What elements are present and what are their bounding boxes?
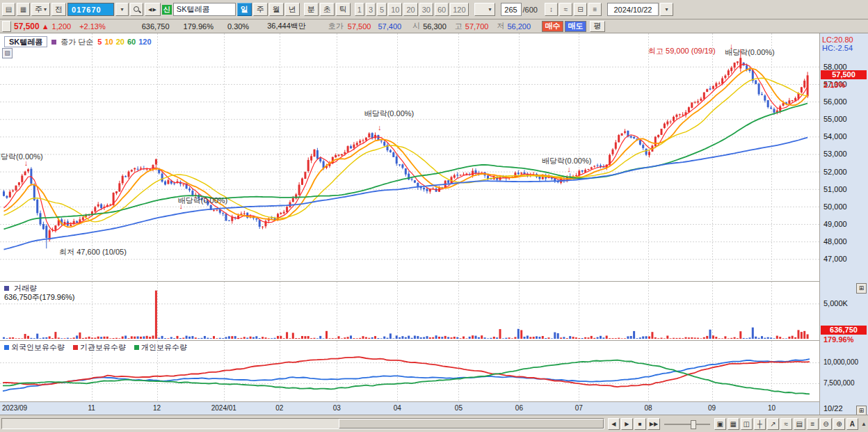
- crosshair-icon[interactable]: ┼: [754, 418, 766, 430]
- high-price: 57,700: [465, 22, 489, 31]
- x-axis-label: 02: [275, 404, 283, 412]
- zoom-out-icon[interactable]: ⊖: [820, 418, 832, 430]
- save-icon[interactable]: ⊟: [574, 3, 587, 16]
- volume-panel-expand-button[interactable]: ⊞: [856, 283, 867, 294]
- holdings-legend-item: 개인보유수량: [134, 342, 187, 353]
- volume-value: 636,750: [142, 22, 170, 31]
- interval-button-30[interactable]: 30: [419, 3, 433, 16]
- lc-value: LC:20.80: [822, 35, 853, 44]
- zoom-slider[interactable]: [664, 418, 710, 430]
- horizontal-scrollbar[interactable]: [1, 418, 604, 429]
- scroll-end-button[interactable]: ▶▶: [648, 418, 660, 430]
- calendar-icon: ▾: [665, 6, 668, 13]
- stock-code-dropdown[interactable]: ▾: [115, 3, 129, 16]
- auto-scale-button[interactable]: A: [846, 418, 858, 430]
- interval-button-10[interactable]: 10: [388, 3, 402, 16]
- interval-button-1[interactable]: 1: [355, 3, 364, 16]
- settings-icon[interactable]: ≡: [588, 3, 602, 16]
- interval-button-20[interactable]: 20: [403, 3, 417, 16]
- holdings-axis-label: 10,000,000: [823, 358, 858, 366]
- bar-count-max: /600: [523, 6, 538, 14]
- compare-icon[interactable]: ↕: [545, 3, 558, 16]
- legend-bullet-icon: [51, 40, 56, 45]
- stop-button[interactable]: ■: [634, 418, 646, 430]
- scrollbar-thumb[interactable]: [339, 419, 604, 429]
- buy-button[interactable]: 매수: [542, 21, 563, 32]
- timeframe-button-week[interactable]: 주: [253, 3, 268, 16]
- timeframe-button-second[interactable]: 초: [320, 3, 335, 16]
- timeframe-button-minute[interactable]: 분: [304, 3, 319, 16]
- capture-icon[interactable]: ▣: [714, 418, 726, 430]
- layout-icon[interactable]: ◫: [741, 418, 753, 430]
- ma-period-list: 5102060120: [97, 38, 154, 46]
- x-axis-last-date: 10/22: [823, 404, 843, 413]
- price-axis-label: 54,000: [823, 132, 847, 141]
- x-axis-label: 12: [153, 404, 161, 412]
- stock-code-input[interactable]: 017670: [67, 3, 114, 16]
- scroll-left-button[interactable]: ◀: [608, 418, 620, 430]
- timeframe-button-year[interactable]: 년: [285, 3, 300, 16]
- chart-period-dropdown[interactable]: 주▾: [31, 3, 50, 16]
- price-axis-label: 48,000: [823, 237, 847, 246]
- price-axis-label: 47,000: [823, 255, 847, 263]
- interval-button-3[interactable]: 3: [366, 3, 376, 16]
- new-chart-window-icon[interactable]: ▤: [2, 3, 15, 16]
- interval-button-120[interactable]: 120: [450, 3, 468, 16]
- top-toolbar: ▤▦ 주▾ 전 017670 ▾ ◀▶ 신 SK텔레콤 일 주월년 분초틱 13…: [0, 0, 868, 19]
- up-arrow-icon: ▲: [42, 22, 49, 31]
- collapse-icon[interactable]: ▲: [861, 421, 867, 427]
- interval-button-5[interactable]: 5: [377, 3, 387, 16]
- stock-grade-badge: 신: [162, 5, 172, 15]
- volume-chart-canvas[interactable]: [0, 282, 819, 341]
- price-change-percent: +2.13%: [79, 22, 106, 31]
- menu-icon[interactable]: ≡: [807, 418, 819, 430]
- chart-style-dropdown[interactable]: ▾: [474, 3, 495, 16]
- chart-list-icon[interactable]: ▦: [17, 3, 30, 16]
- price-axis-label: 51,000: [823, 185, 847, 193]
- grid-icon[interactable]: ▦: [728, 418, 739, 430]
- holdings-panel-legend: 외국인보유수량기관보유수량개인보유수량: [4, 342, 187, 353]
- ma-period-label: 20: [116, 38, 124, 46]
- quote-detail-button[interactable]: [2, 21, 11, 32]
- price-chart-canvas[interactable]: [0, 33, 819, 282]
- panel-handle-icon[interactable]: ▨: [2, 48, 13, 58]
- stock-chart-window: ▤▦ 주▾ 전 017670 ▾ ◀▶ 신 SK텔레콤 일 주월년 분초틱 13…: [0, 0, 868, 432]
- tick-timeframe-buttons: 분초틱: [304, 3, 351, 16]
- toolbar-right-icons: ↕≈⊟≡: [545, 3, 602, 16]
- zoom-slider-thumb[interactable]: [691, 420, 696, 429]
- line-style-icon[interactable]: ≈: [559, 3, 572, 16]
- holdings-legend-label: 개인보유수량: [141, 342, 187, 353]
- timeframe-button-month[interactable]: 월: [269, 3, 284, 16]
- holdings-axis-label: 7,500,000: [823, 379, 855, 387]
- open-label: 시: [412, 21, 420, 31]
- x-axis-label: 04: [394, 404, 401, 412]
- legend-bullet-icon: [4, 345, 9, 350]
- previ-stock-button[interactable]: 전: [51, 3, 66, 16]
- scroll-right-button[interactable]: ▶: [621, 418, 633, 430]
- x-axis-label: 10: [768, 404, 775, 412]
- calendar-button[interactable]: ▾: [660, 3, 673, 16]
- trendline-icon[interactable]: ↗: [767, 418, 779, 430]
- interval-buttons: 13510203060120: [355, 3, 469, 16]
- interval-button-60[interactable]: 60: [435, 3, 449, 16]
- timeframe-button-day[interactable]: 일: [237, 3, 252, 16]
- avg-button[interactable]: 평: [590, 21, 605, 32]
- volume-axis-label: 5,000K: [823, 299, 848, 307]
- x-axis-label: 2024/01: [211, 404, 236, 412]
- price-axis-column: LC:20.80 HC:-2.54 ⊞ ⊞ 10/22 58,00057,000…: [819, 33, 868, 415]
- wave-icon[interactable]: ≈: [780, 418, 792, 430]
- x-axis-label: 08: [644, 404, 652, 412]
- zoom-in-icon[interactable]: ⊕: [833, 418, 845, 430]
- indicator-icon[interactable]: ▤: [794, 418, 805, 430]
- ask-price: 57,500: [348, 22, 371, 31]
- toolbar-left-icons: ▤▦: [2, 3, 30, 16]
- sell-button[interactable]: 매도: [565, 21, 586, 32]
- timeframe-button-tick[interactable]: 틱: [336, 3, 351, 16]
- date-input[interactable]: 2024/10/22: [607, 3, 659, 16]
- stock-name-field[interactable]: SK텔레콤: [173, 3, 236, 16]
- bar-count-input[interactable]: 265: [501, 3, 522, 16]
- current-volume-tag: 636,750: [821, 326, 867, 335]
- search-button[interactable]: [130, 3, 143, 16]
- prev-next-stock-button[interactable]: ◀▶: [145, 3, 161, 16]
- price-axis-label: 53,000: [823, 150, 847, 158]
